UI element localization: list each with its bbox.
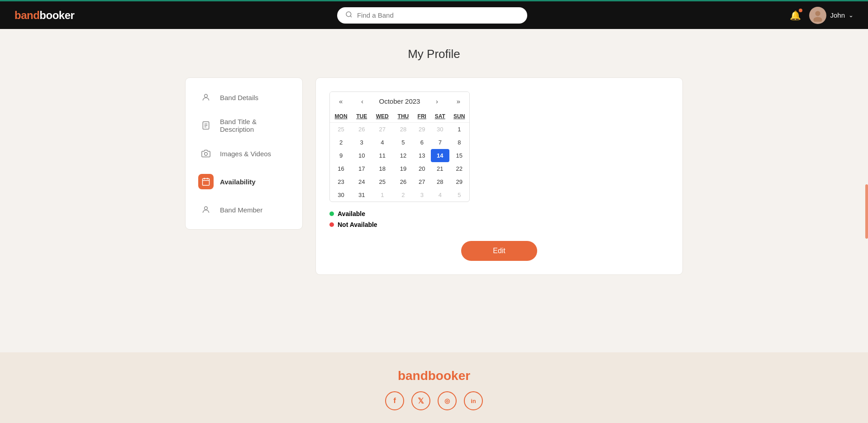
available-label: Available — [338, 210, 365, 217]
calendar-day-cell[interactable]: 23 — [330, 175, 352, 188]
calendar-day-cell[interactable]: 7 — [431, 136, 449, 149]
calendar-day-cell[interactable]: 26 — [393, 175, 413, 188]
calendar-day-cell[interactable]: 26 — [352, 123, 371, 136]
calendar-day-cell[interactable]: 30 — [330, 188, 352, 202]
sidebar-item-band-details[interactable]: Band Details — [188, 83, 300, 111]
user-name: John — [830, 11, 845, 19]
search-bar — [337, 7, 527, 24]
calendar-day-cell[interactable]: 14 — [431, 149, 449, 162]
calendar-day-cell[interactable]: 8 — [449, 136, 469, 149]
svg-point-2 — [816, 11, 820, 16]
calendar-day-cell[interactable]: 29 — [413, 123, 431, 136]
calendar-day-cell[interactable]: 27 — [413, 175, 431, 188]
footer-socials: f 𝕏 ◎ in — [0, 391, 868, 410]
calendar-day-cell[interactable]: 15 — [449, 149, 469, 162]
calendar-day-cell[interactable]: 20 — [413, 162, 431, 175]
logo: bandbooker — [14, 9, 74, 22]
calendar-day-cell[interactable]: 2 — [393, 188, 413, 202]
calendar-day-cell[interactable]: 6 — [413, 136, 431, 149]
sidebar-item-label: Images & Videos — [220, 150, 271, 158]
header-right: 🔔 John ⌄ — [790, 7, 854, 24]
footer-logo-band: band — [398, 369, 428, 383]
calendar-day-cell[interactable]: 17 — [352, 162, 371, 175]
svg-point-0 — [346, 12, 351, 17]
calendar-day-cell[interactable]: 29 — [449, 175, 469, 188]
next-month-button[interactable]: › — [433, 96, 441, 106]
calendar-day-cell[interactable]: 22 — [449, 162, 469, 175]
calendar-day-cell[interactable]: 21 — [431, 162, 449, 175]
sidebar-item-label: Band Details — [220, 94, 258, 101]
calendar-month-title: October 2023 — [379, 97, 420, 105]
available-dot — [329, 212, 334, 216]
calendar-day-header: THU — [393, 111, 413, 123]
instagram-button[interactable]: ◎ — [438, 391, 457, 410]
calendar-day-cell[interactable]: 12 — [393, 149, 413, 162]
calendar-day-cell[interactable]: 3 — [352, 136, 371, 149]
calendar-day-cell[interactable]: 10 — [352, 149, 371, 162]
main-content: My Profile Band Details Band Title & Des… — [0, 29, 868, 352]
prev-year-button[interactable]: « — [336, 96, 345, 106]
calendar-header: « ‹ October 2023 › » — [330, 92, 469, 111]
calendar-day-cell[interactable]: 28 — [393, 123, 413, 136]
svg-point-4 — [205, 94, 208, 97]
calendar-day-cell[interactable]: 13 — [413, 149, 431, 162]
sidebar-item-label: Band Title & Description — [220, 118, 290, 133]
calendar-day-cell[interactable]: 28 — [431, 175, 449, 188]
calendar-day-cell[interactable]: 31 — [352, 188, 371, 202]
calendar-day-cell[interactable]: 19 — [393, 162, 413, 175]
calendar-day-cell[interactable]: 11 — [371, 149, 393, 162]
page-title: My Profile — [27, 47, 841, 61]
user-menu[interactable]: John ⌄ — [809, 7, 854, 24]
footer: bandbooker f 𝕏 ◎ in — [0, 352, 868, 423]
calendar-day-cell[interactable]: 2 — [330, 136, 352, 149]
linkedin-button[interactable]: in — [464, 391, 483, 410]
scrollbar[interactable] — [865, 184, 868, 239]
notification-bell[interactable]: 🔔 — [790, 10, 801, 21]
search-icon — [345, 11, 353, 20]
svg-point-3 — [814, 17, 823, 22]
calendar-day-cell[interactable]: 1 — [371, 188, 393, 202]
calendar-day-header: WED — [371, 111, 393, 123]
logo-band-text: band — [14, 9, 39, 21]
sidebar-item-images-videos[interactable]: Images & Videos — [188, 139, 300, 168]
calendar-day-cell[interactable]: 27 — [371, 123, 393, 136]
svg-line-1 — [350, 16, 352, 17]
calendar-day-cell[interactable]: 30 — [431, 123, 449, 136]
sidebar-item-band-title[interactable]: Band Title & Description — [188, 111, 300, 139]
search-input[interactable] — [357, 11, 519, 19]
calendar-day-header: MON — [330, 111, 352, 123]
facebook-button[interactable]: f — [385, 391, 404, 410]
not-available-dot — [329, 222, 334, 227]
calendar-day-header: TUE — [352, 111, 371, 123]
sidebar-item-label: Band Member — [220, 206, 262, 214]
calendar-day-cell[interactable]: 18 — [371, 162, 393, 175]
not-available-legend: Not Available — [329, 221, 669, 228]
footer-logo-booker: booker — [428, 369, 470, 383]
twitter-button[interactable]: 𝕏 — [411, 391, 430, 410]
calendar-day-cell[interactable]: 1 — [449, 123, 469, 136]
calendar-day-cell[interactable]: 25 — [371, 175, 393, 188]
sidebar-item-label: Availability — [220, 178, 256, 186]
edit-button[interactable]: Edit — [461, 241, 537, 261]
calendar-day-header: SAT — [431, 111, 449, 123]
sidebar-item-band-member[interactable]: Band Member — [188, 196, 300, 224]
svg-rect-10 — [203, 178, 210, 185]
calendar-day-cell[interactable]: 5 — [449, 188, 469, 202]
available-legend: Available — [329, 210, 669, 217]
calendar-day-cell[interactable]: 4 — [371, 136, 393, 149]
calendar-day-cell[interactable]: 16 — [330, 162, 352, 175]
svg-point-14 — [205, 207, 208, 210]
svg-point-9 — [205, 153, 208, 156]
calendar-day-cell[interactable]: 3 — [413, 188, 431, 202]
person-group-icon — [198, 202, 214, 217]
footer-logo: bandbooker — [0, 369, 868, 383]
calendar-day-cell[interactable]: 5 — [393, 136, 413, 149]
next-year-button[interactable]: » — [454, 96, 463, 106]
calendar-day-cell[interactable]: 24 — [352, 175, 371, 188]
search-bar-wrap — [74, 7, 790, 24]
calendar-day-cell[interactable]: 9 — [330, 149, 352, 162]
calendar-day-cell[interactable]: 4 — [431, 188, 449, 202]
prev-month-button[interactable]: ‹ — [358, 96, 366, 106]
sidebar-item-availability[interactable]: Availability — [188, 168, 300, 196]
calendar-day-cell[interactable]: 25 — [330, 123, 352, 136]
